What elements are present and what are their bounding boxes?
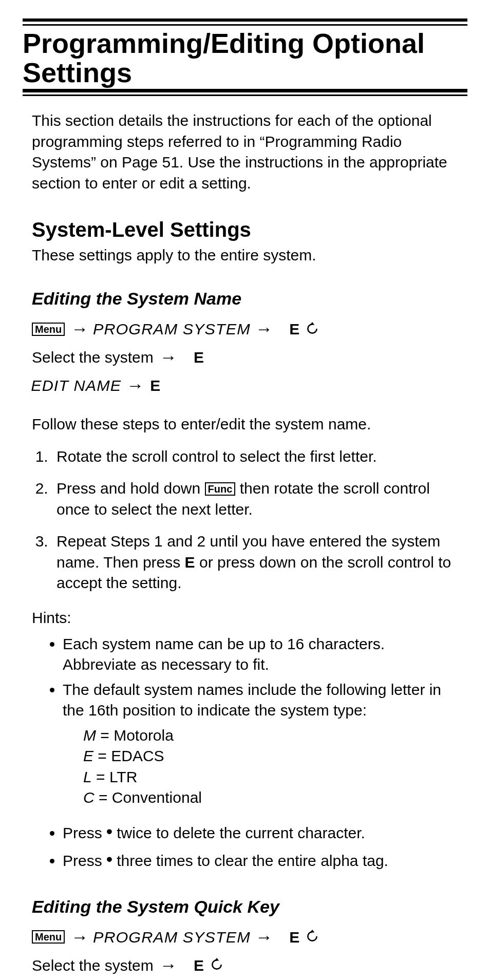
hint-1: Each system name can be up to 16 charact… [63, 634, 452, 675]
e-key-label: E [194, 954, 204, 977]
section-heading-system-level: System-Level Settings [32, 218, 467, 241]
arrow-icon: → [255, 316, 273, 342]
code-e-symbol: E [83, 747, 93, 764]
e-key-label: E [289, 317, 299, 341]
step-3: Repeat Steps 1 and 2 until you have ente… [52, 531, 457, 594]
subheading-edit-quick-key: Editing the System Quick Key [32, 897, 467, 917]
hint-3: Press • twice to delete the current char… [63, 821, 452, 844]
scroll-rotate-icon [210, 958, 223, 971]
hints-list-1: Each system name can be up to 16 charact… [63, 634, 452, 721]
page-title: Programming/Editing Optional Settings [23, 29, 467, 87]
hints-list-2: Press • twice to delete the current char… [63, 821, 452, 872]
e-key-label: E [150, 374, 160, 397]
arrow-icon: → [160, 344, 177, 370]
nav-line-2: Select the system → E [32, 344, 467, 370]
scroll-rotate-icon [306, 930, 319, 943]
select-system-text: Select the system [32, 954, 154, 977]
subheading-edit-system-name: Editing the System Name [32, 289, 467, 309]
follow-steps-text: Follow these steps to enter/edit the sys… [32, 414, 467, 435]
step-1: Rotate the scroll control to select the … [52, 446, 457, 467]
hint-3-a: Press [63, 824, 106, 841]
dot-icon: • [106, 821, 112, 841]
top-rule [23, 18, 467, 26]
step-2: Press and hold down Func then rotate the… [52, 478, 457, 520]
e-key-label: E [289, 926, 299, 949]
code-c-symbol: C [83, 789, 95, 806]
code-e-desc: = EDACS [93, 747, 164, 764]
hints-label: Hints: [32, 609, 467, 627]
code-m-desc: = Motorola [96, 727, 174, 744]
code-c-desc: = Conventional [95, 789, 202, 806]
hint-3-b: twice to delete the current character. [117, 824, 365, 841]
nav-line-5: Select the system → E [32, 952, 467, 978]
menu-keycap: Menu [32, 323, 65, 336]
scroll-rotate-icon [306, 322, 319, 335]
hint-4-a: Press [63, 852, 106, 869]
lcd-program-system: PROGRAM SYSTEM [93, 317, 251, 341]
intro-paragraph: This section details the instructions fo… [32, 110, 463, 194]
code-motorola: M = Motorola [83, 725, 467, 746]
code-l-symbol: L [83, 768, 92, 785]
select-system-text: Select the system [32, 346, 154, 369]
arrow-icon: → [255, 924, 273, 950]
section-sub-system-level: These settings apply to the entire syste… [32, 247, 467, 264]
code-conventional: C = Conventional [83, 787, 467, 808]
hint-4: Press • three times to clear the entire … [63, 849, 452, 872]
nav-line-4: Menu → PROGRAM SYSTEM → E [32, 924, 467, 950]
arrow-icon: → [71, 316, 88, 342]
arrow-icon: → [160, 952, 177, 978]
hint-4-b: three times to clear the entire alpha ta… [117, 852, 388, 869]
step-2-text-a: Press and hold down [56, 480, 205, 497]
lcd-edit-name: EDIT NAME [31, 374, 121, 397]
nav-line-1: Menu → PROGRAM SYSTEM → E [32, 316, 467, 342]
e-key-label: E [194, 346, 204, 369]
lcd-program-system: PROGRAM SYSTEM [93, 926, 251, 949]
code-m-symbol: M [83, 727, 96, 744]
e-key-label: E [185, 554, 195, 571]
menu-keycap: Menu [32, 930, 65, 944]
dot-icon: • [106, 849, 112, 869]
func-keycap: Func [205, 482, 236, 496]
code-l-desc: = LTR [92, 768, 138, 785]
page: Programming/Editing Optional Settings Th… [0, 0, 490, 980]
title-underline-rule [23, 89, 467, 96]
hint-2: The default system names include the fol… [63, 680, 452, 721]
code-ltr: L = LTR [83, 767, 467, 788]
arrow-icon: → [71, 924, 88, 950]
nav-line-3: EDIT NAME → E [32, 372, 467, 399]
steps-list: Rotate the scroll control to select the … [52, 446, 457, 594]
code-edacs: E = EDACS [83, 746, 467, 767]
system-type-codes: M = Motorola E = EDACS L = LTR C = Conve… [83, 725, 467, 808]
arrow-icon: → [126, 372, 144, 399]
